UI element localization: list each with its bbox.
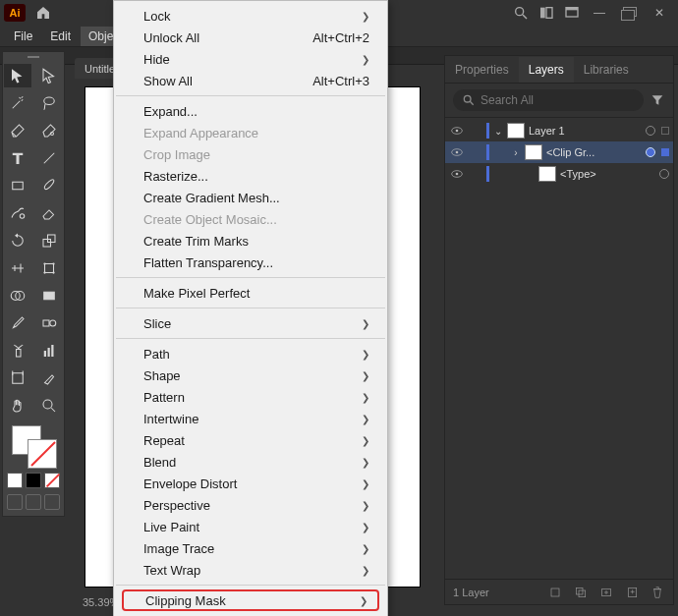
visibility-icon[interactable]: [449, 123, 465, 139]
selection-tool[interactable]: [4, 64, 31, 87]
eraser-tool[interactable]: [35, 201, 63, 225]
type-tool[interactable]: [4, 146, 31, 170]
direct-selection-tool[interactable]: [35, 64, 63, 87]
disclosure-icon[interactable]: ›: [511, 147, 521, 158]
draw-behind-icon[interactable]: [26, 494, 41, 510]
free-transform-tool[interactable]: [35, 256, 63, 280]
visibility-icon[interactable]: [449, 166, 465, 182]
draw-inside-icon[interactable]: [44, 494, 60, 510]
menu-item[interactable]: Make Pixel Perfect: [114, 282, 387, 304]
layer-name[interactable]: <Type>: [560, 168, 655, 180]
slice-tool[interactable]: [35, 366, 63, 390]
new-layer-icon[interactable]: [624, 585, 640, 600]
filter-icon[interactable]: [650, 92, 665, 108]
menu-item[interactable]: Hide❯: [114, 48, 387, 70]
paintbrush-tool[interactable]: [35, 174, 63, 197]
menu-item[interactable]: Image Trace❯: [114, 537, 387, 559]
menu-item[interactable]: Repeat❯: [114, 429, 387, 451]
tab-layers[interactable]: Layers: [519, 57, 574, 83]
column-graph-tool[interactable]: [35, 339, 63, 363]
target-icon[interactable]: [646, 147, 655, 157]
layer-name[interactable]: <Clip Gr...: [546, 146, 642, 158]
workspace-icon[interactable]: [564, 5, 580, 21]
blend-tool[interactable]: [35, 311, 63, 335]
layer-row[interactable]: › <Clip Gr...: [445, 141, 673, 163]
menu-item-label: Shape: [143, 368, 181, 383]
menu-item[interactable]: Show AllAlt+Ctrl+3: [114, 70, 387, 91]
clipping-mask-icon[interactable]: [573, 585, 589, 600]
svg-rect-3: [546, 8, 552, 19]
color-mode-icon[interactable]: [7, 473, 23, 488]
menu-item-label: Text Wrap: [143, 563, 200, 578]
window-close-button[interactable]: ✕: [650, 6, 668, 20]
layer-name[interactable]: Layer 1: [529, 125, 642, 137]
menu-item[interactable]: Slice❯: [114, 312, 387, 334]
target-icon[interactable]: [659, 169, 669, 179]
symbol-sprayer-tool[interactable]: [4, 339, 31, 363]
gradient-mode-icon[interactable]: [26, 473, 41, 488]
zoom-tool[interactable]: [35, 394, 63, 418]
menu-item[interactable]: Envelope Distort❯: [114, 473, 387, 494]
layer-thumbnail: [507, 123, 525, 139]
line-tool[interactable]: [35, 146, 63, 170]
shaper-tool[interactable]: [4, 201, 31, 225]
svg-point-38: [456, 151, 459, 154]
menu-item[interactable]: Text Wrap❯: [114, 559, 387, 581]
width-tool[interactable]: [4, 256, 31, 280]
lasso-tool[interactable]: [35, 91, 63, 115]
eyedropper-tool[interactable]: [4, 311, 31, 335]
menu-item[interactable]: Perspective❯: [114, 494, 387, 516]
locate-object-icon[interactable]: [547, 585, 563, 600]
draw-normal-icon[interactable]: [7, 494, 23, 510]
menu-item[interactable]: Expand...: [114, 100, 387, 122]
rotate-tool[interactable]: [4, 229, 31, 252]
menu-item[interactable]: Clipping Mask❯: [122, 589, 379, 611]
scale-tool[interactable]: [35, 229, 63, 252]
menu-file[interactable]: File: [6, 27, 40, 46]
menu-item[interactable]: Create Gradient Mesh...: [114, 187, 387, 208]
home-icon[interactable]: [35, 5, 51, 21]
menu-item[interactable]: Live Paint❯: [114, 516, 387, 537]
window-minimize-button[interactable]: —: [590, 6, 609, 20]
layer-row[interactable]: ⌄ Layer 1: [445, 120, 673, 141]
menu-item[interactable]: Create Trim Marks: [114, 230, 387, 252]
submenu-arrow-icon: ❯: [362, 11, 369, 22]
delete-layer-icon[interactable]: [650, 585, 665, 600]
layer-row[interactable]: <Type>: [445, 163, 673, 185]
menu-item[interactable]: Blend❯: [114, 451, 387, 473]
fill-stroke-swatch[interactable]: [10, 425, 57, 469]
window-restore-button[interactable]: [619, 6, 641, 20]
menu-item[interactable]: Pattern❯: [114, 386, 387, 408]
arrange-docs-icon[interactable]: [538, 5, 554, 21]
target-icon[interactable]: [646, 126, 655, 136]
hand-tool[interactable]: [4, 394, 31, 418]
menu-item[interactable]: Intertwine❯: [114, 408, 387, 429]
artboard-tool[interactable]: [4, 366, 31, 390]
menu-edit[interactable]: Edit: [42, 27, 79, 46]
disclosure-icon[interactable]: ⌄: [493, 126, 503, 137]
menu-item-label: Blend: [143, 455, 176, 470]
tools-panel: [2, 51, 65, 517]
tab-libraries[interactable]: Libraries: [574, 57, 639, 83]
menu-item[interactable]: Rasterize...: [114, 165, 387, 187]
layers-search-input[interactable]: Search All: [453, 89, 644, 111]
menu-item[interactable]: Flatten Transparency...: [114, 252, 387, 273]
svg-line-32: [51, 408, 55, 412]
pen-tool[interactable]: [4, 119, 31, 142]
search-icon[interactable]: [513, 5, 529, 21]
submenu-arrow-icon: ❯: [362, 54, 369, 65]
new-sublayer-icon[interactable]: [598, 585, 614, 600]
menu-item[interactable]: Unlock AllAlt+Ctrl+2: [114, 27, 387, 48]
menu-item[interactable]: Lock❯: [114, 5, 387, 27]
menu-item[interactable]: Path❯: [114, 343, 387, 364]
magic-wand-tool[interactable]: [4, 91, 31, 115]
menu-item[interactable]: Shape❯: [114, 364, 387, 386]
visibility-icon[interactable]: [449, 144, 465, 160]
panel-grip[interactable]: [17, 56, 50, 60]
rectangle-tool[interactable]: [4, 174, 31, 197]
none-mode-icon[interactable]: [44, 473, 60, 488]
curvature-tool[interactable]: [35, 119, 63, 142]
gradient-tool[interactable]: [35, 284, 63, 308]
shape-builder-tool[interactable]: [4, 284, 31, 308]
tab-properties[interactable]: Properties: [445, 57, 519, 83]
